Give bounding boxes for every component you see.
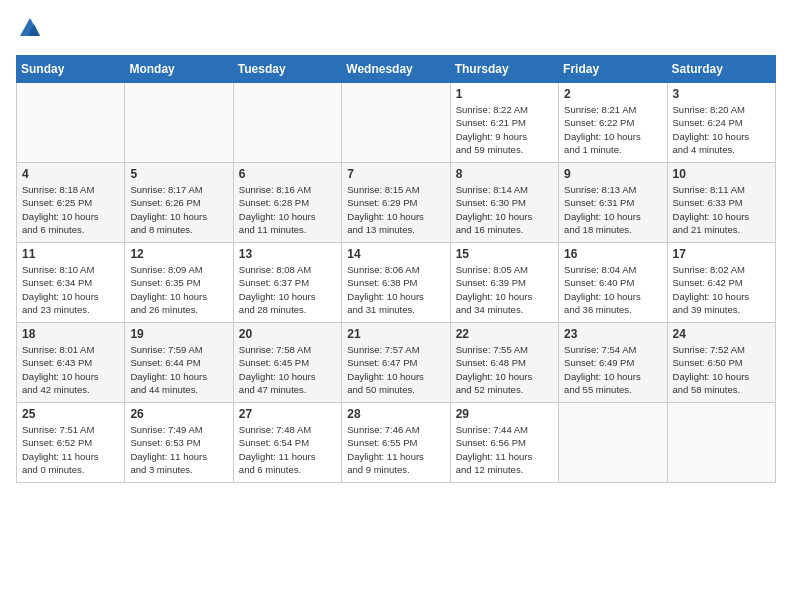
calendar-cell: 8Sunrise: 8:14 AM Sunset: 6:30 PM Daylig… (450, 163, 558, 243)
calendar-cell: 25Sunrise: 7:51 AM Sunset: 6:52 PM Dayli… (17, 403, 125, 483)
calendar-cell: 17Sunrise: 8:02 AM Sunset: 6:42 PM Dayli… (667, 243, 775, 323)
day-info: Sunrise: 8:15 AM Sunset: 6:29 PM Dayligh… (347, 183, 444, 236)
day-info: Sunrise: 8:21 AM Sunset: 6:22 PM Dayligh… (564, 103, 661, 156)
col-header-wednesday: Wednesday (342, 56, 450, 83)
day-number: 28 (347, 407, 444, 421)
calendar-cell: 5Sunrise: 8:17 AM Sunset: 6:26 PM Daylig… (125, 163, 233, 243)
day-number: 23 (564, 327, 661, 341)
calendar-cell: 4Sunrise: 8:18 AM Sunset: 6:25 PM Daylig… (17, 163, 125, 243)
day-number: 5 (130, 167, 227, 181)
day-info: Sunrise: 8:06 AM Sunset: 6:38 PM Dayligh… (347, 263, 444, 316)
calendar-cell: 7Sunrise: 8:15 AM Sunset: 6:29 PM Daylig… (342, 163, 450, 243)
day-info: Sunrise: 8:17 AM Sunset: 6:26 PM Dayligh… (130, 183, 227, 236)
day-info: Sunrise: 8:10 AM Sunset: 6:34 PM Dayligh… (22, 263, 119, 316)
logo (16, 16, 42, 45)
calendar-week-5: 25Sunrise: 7:51 AM Sunset: 6:52 PM Dayli… (17, 403, 776, 483)
calendar-cell: 18Sunrise: 8:01 AM Sunset: 6:43 PM Dayli… (17, 323, 125, 403)
day-info: Sunrise: 7:48 AM Sunset: 6:54 PM Dayligh… (239, 423, 336, 476)
day-info: Sunrise: 8:08 AM Sunset: 6:37 PM Dayligh… (239, 263, 336, 316)
day-number: 16 (564, 247, 661, 261)
calendar-cell (342, 83, 450, 163)
day-info: Sunrise: 7:55 AM Sunset: 6:48 PM Dayligh… (456, 343, 553, 396)
col-header-monday: Monday (125, 56, 233, 83)
day-info: Sunrise: 8:01 AM Sunset: 6:43 PM Dayligh… (22, 343, 119, 396)
calendar-cell (667, 403, 775, 483)
calendar-cell: 3Sunrise: 8:20 AM Sunset: 6:24 PM Daylig… (667, 83, 775, 163)
day-number: 29 (456, 407, 553, 421)
calendar-cell: 1Sunrise: 8:22 AM Sunset: 6:21 PM Daylig… (450, 83, 558, 163)
day-info: Sunrise: 8:02 AM Sunset: 6:42 PM Dayligh… (673, 263, 770, 316)
calendar-table: SundayMondayTuesdayWednesdayThursdayFrid… (16, 55, 776, 483)
col-header-saturday: Saturday (667, 56, 775, 83)
calendar-cell: 23Sunrise: 7:54 AM Sunset: 6:49 PM Dayli… (559, 323, 667, 403)
calendar-cell: 21Sunrise: 7:57 AM Sunset: 6:47 PM Dayli… (342, 323, 450, 403)
day-number: 7 (347, 167, 444, 181)
day-number: 10 (673, 167, 770, 181)
calendar-week-1: 1Sunrise: 8:22 AM Sunset: 6:21 PM Daylig… (17, 83, 776, 163)
day-info: Sunrise: 7:51 AM Sunset: 6:52 PM Dayligh… (22, 423, 119, 476)
day-info: Sunrise: 7:57 AM Sunset: 6:47 PM Dayligh… (347, 343, 444, 396)
day-info: Sunrise: 8:20 AM Sunset: 6:24 PM Dayligh… (673, 103, 770, 156)
day-info: Sunrise: 8:14 AM Sunset: 6:30 PM Dayligh… (456, 183, 553, 236)
day-number: 11 (22, 247, 119, 261)
day-number: 4 (22, 167, 119, 181)
calendar-week-4: 18Sunrise: 8:01 AM Sunset: 6:43 PM Dayli… (17, 323, 776, 403)
day-number: 26 (130, 407, 227, 421)
calendar-cell: 27Sunrise: 7:48 AM Sunset: 6:54 PM Dayli… (233, 403, 341, 483)
day-info: Sunrise: 7:44 AM Sunset: 6:56 PM Dayligh… (456, 423, 553, 476)
day-info: Sunrise: 7:58 AM Sunset: 6:45 PM Dayligh… (239, 343, 336, 396)
day-info: Sunrise: 8:09 AM Sunset: 6:35 PM Dayligh… (130, 263, 227, 316)
day-number: 8 (456, 167, 553, 181)
calendar-cell: 22Sunrise: 7:55 AM Sunset: 6:48 PM Dayli… (450, 323, 558, 403)
calendar-cell: 20Sunrise: 7:58 AM Sunset: 6:45 PM Dayli… (233, 323, 341, 403)
calendar-cell: 19Sunrise: 7:59 AM Sunset: 6:44 PM Dayli… (125, 323, 233, 403)
day-info: Sunrise: 8:11 AM Sunset: 6:33 PM Dayligh… (673, 183, 770, 236)
day-info: Sunrise: 7:52 AM Sunset: 6:50 PM Dayligh… (673, 343, 770, 396)
calendar-cell: 6Sunrise: 8:16 AM Sunset: 6:28 PM Daylig… (233, 163, 341, 243)
logo-icon (18, 16, 42, 40)
day-number: 24 (673, 327, 770, 341)
day-info: Sunrise: 8:16 AM Sunset: 6:28 PM Dayligh… (239, 183, 336, 236)
day-number: 18 (22, 327, 119, 341)
calendar-cell: 24Sunrise: 7:52 AM Sunset: 6:50 PM Dayli… (667, 323, 775, 403)
calendar-cell (17, 83, 125, 163)
day-number: 3 (673, 87, 770, 101)
calendar-cell: 2Sunrise: 8:21 AM Sunset: 6:22 PM Daylig… (559, 83, 667, 163)
day-info: Sunrise: 8:13 AM Sunset: 6:31 PM Dayligh… (564, 183, 661, 236)
calendar-cell: 26Sunrise: 7:49 AM Sunset: 6:53 PM Dayli… (125, 403, 233, 483)
col-header-tuesday: Tuesday (233, 56, 341, 83)
calendar-cell: 12Sunrise: 8:09 AM Sunset: 6:35 PM Dayli… (125, 243, 233, 323)
calendar-cell (125, 83, 233, 163)
day-number: 1 (456, 87, 553, 101)
day-info: Sunrise: 8:18 AM Sunset: 6:25 PM Dayligh… (22, 183, 119, 236)
col-header-friday: Friday (559, 56, 667, 83)
calendar-cell: 9Sunrise: 8:13 AM Sunset: 6:31 PM Daylig… (559, 163, 667, 243)
day-info: Sunrise: 8:05 AM Sunset: 6:39 PM Dayligh… (456, 263, 553, 316)
day-info: Sunrise: 7:49 AM Sunset: 6:53 PM Dayligh… (130, 423, 227, 476)
calendar-cell: 16Sunrise: 8:04 AM Sunset: 6:40 PM Dayli… (559, 243, 667, 323)
calendar-cell: 14Sunrise: 8:06 AM Sunset: 6:38 PM Dayli… (342, 243, 450, 323)
col-header-sunday: Sunday (17, 56, 125, 83)
calendar-week-2: 4Sunrise: 8:18 AM Sunset: 6:25 PM Daylig… (17, 163, 776, 243)
day-number: 17 (673, 247, 770, 261)
day-number: 13 (239, 247, 336, 261)
day-number: 21 (347, 327, 444, 341)
day-info: Sunrise: 7:59 AM Sunset: 6:44 PM Dayligh… (130, 343, 227, 396)
day-number: 2 (564, 87, 661, 101)
calendar-week-3: 11Sunrise: 8:10 AM Sunset: 6:34 PM Dayli… (17, 243, 776, 323)
day-number: 15 (456, 247, 553, 261)
day-number: 22 (456, 327, 553, 341)
header (16, 16, 776, 45)
calendar-cell (559, 403, 667, 483)
day-number: 9 (564, 167, 661, 181)
day-number: 19 (130, 327, 227, 341)
calendar-cell (233, 83, 341, 163)
col-header-thursday: Thursday (450, 56, 558, 83)
day-number: 14 (347, 247, 444, 261)
calendar-cell: 15Sunrise: 8:05 AM Sunset: 6:39 PM Dayli… (450, 243, 558, 323)
calendar-cell: 11Sunrise: 8:10 AM Sunset: 6:34 PM Dayli… (17, 243, 125, 323)
day-number: 27 (239, 407, 336, 421)
day-info: Sunrise: 8:22 AM Sunset: 6:21 PM Dayligh… (456, 103, 553, 156)
day-number: 6 (239, 167, 336, 181)
day-number: 12 (130, 247, 227, 261)
